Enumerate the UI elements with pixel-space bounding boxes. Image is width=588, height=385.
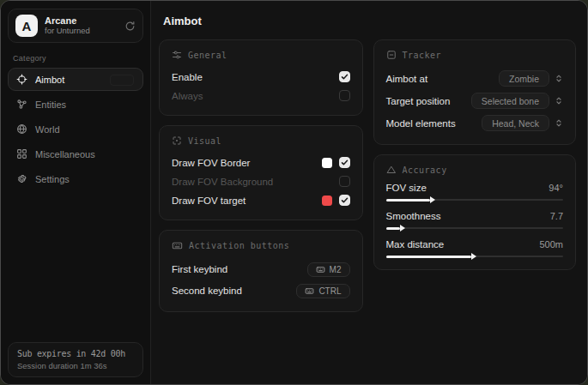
sub-expiry-text: Sub expires in 42d 00h	[17, 349, 134, 358]
sidebar-item-miscellaneous[interactable]: Miscellaneous	[8, 142, 143, 165]
faint-badge	[110, 75, 134, 86]
right-column: Tracker Aimbot at Zombie Target position	[373, 39, 577, 312]
card-title: General	[188, 51, 227, 60]
model-elements-dropdown[interactable]: Head, Neck	[482, 115, 563, 131]
setting-row-enable: Enable	[172, 68, 350, 86]
left-column: General Enable Always	[159, 39, 363, 312]
dropdown-value: Selected bone	[471, 93, 549, 109]
target-box-icon	[386, 50, 397, 60]
triangle-icon	[386, 165, 397, 175]
setting-row-fov-target: Draw FOV target	[172, 191, 350, 209]
color-swatch-red[interactable]	[322, 196, 332, 206]
activation-card: Activation buttons First keybind M2 Seco…	[159, 230, 363, 312]
setting-label: Draw FOV Background	[172, 177, 273, 187]
refresh-icon[interactable]	[124, 21, 136, 32]
keyboard-icon	[172, 240, 183, 251]
category-label: Category	[13, 54, 143, 63]
setting-label: Always	[172, 91, 203, 101]
slider-label: Smoothness	[386, 211, 441, 221]
keybind-value: CTRL	[318, 286, 341, 296]
sidebar-item-world[interactable]: World	[8, 117, 143, 141]
main-content: Aimbot General Enable	[151, 1, 587, 384]
setting-row-first-keybind: First keybind M2	[172, 259, 350, 280]
card-title: Tracker	[403, 51, 442, 60]
setting-row-always: Always	[172, 87, 350, 105]
sidebar: A Arcane for Unturned Category Aimbot	[1, 1, 151, 384]
max-distance-slider[interactable]	[386, 256, 564, 257]
screenshot: A Arcane for Unturned Category Aimbot	[0, 0, 588, 385]
gear-icon	[16, 173, 27, 184]
visual-card: Visual Draw FOV Border Draw FOV Backgrou…	[159, 125, 363, 220]
enable-checkbox[interactable]	[339, 71, 350, 82]
fov-border-checkbox[interactable]	[339, 157, 350, 168]
smoothness-slider-group: Smoothness 7.7	[386, 211, 564, 229]
first-keybind-button[interactable]: M2	[307, 262, 350, 277]
crosshair-icon	[16, 74, 27, 85]
app-name: Arcane	[45, 15, 118, 27]
general-card: General Enable Always	[159, 39, 363, 116]
setting-label: Draw FOV Border	[172, 158, 250, 168]
color-swatch-white[interactable]	[322, 158, 332, 168]
subscription-info: Sub expires in 42d 00h Session duration …	[8, 342, 143, 377]
sidebar-item-label: Entities	[35, 99, 66, 110]
slider-value: 7.7	[550, 211, 563, 221]
sliders-icon	[172, 50, 182, 60]
sidebar-item-label: Miscellaneous	[35, 149, 95, 159]
chevron-updown-icon	[555, 74, 563, 83]
card-title: Accuracy	[403, 165, 447, 175]
setting-label: Target position	[386, 96, 451, 106]
setting-label: Model elements	[386, 118, 456, 129]
card-title: Visual	[188, 136, 221, 146]
slider-fill[interactable]	[386, 199, 431, 202]
slider-fill[interactable]	[386, 256, 471, 258]
app-subtitle: for Unturned	[45, 27, 118, 36]
setting-label: Second keybind	[172, 286, 242, 296]
setting-row-fov-background: Draw FOV Background	[172, 172, 350, 190]
setting-label: Enable	[172, 72, 203, 82]
keybind-value: M2	[330, 265, 342, 274]
setting-row-second-keybind: Second keybind CTRL	[172, 280, 350, 301]
sidebar-item-aimbot[interactable]: Aimbot	[8, 68, 143, 91]
dropdown-value: Head, Neck	[482, 115, 549, 131]
setting-row-fov-border: Draw FOV Border	[172, 153, 350, 171]
logo-letter: A	[22, 19, 32, 33]
smoothness-slider[interactable]	[386, 227, 564, 229]
app-logo: A	[15, 15, 38, 37]
second-keybind-button[interactable]: CTRL	[296, 284, 349, 298]
slider-label: Max distance	[386, 239, 445, 250]
sidebar-item-settings[interactable]: Settings	[8, 167, 143, 190]
page-title: Aimbot	[163, 15, 576, 27]
app-header: A Arcane for Unturned	[8, 9, 143, 43]
setting-row-aimbot-at: Aimbot at Zombie	[386, 68, 564, 89]
setting-label: Draw FOV target	[172, 196, 246, 206]
slider-value: 500m	[539, 239, 563, 250]
chevron-updown-icon	[555, 96, 563, 105]
aimbot-at-dropdown[interactable]: Zombie	[499, 70, 563, 87]
target-position-dropdown[interactable]: Selected bone	[471, 93, 563, 109]
slider-value: 94°	[549, 183, 563, 193]
accuracy-card: Accuracy FOV size 94° Smoothness	[373, 154, 577, 270]
setting-row-model-elements: Model elements Head, Neck	[386, 112, 564, 134]
keyboard-icon	[305, 286, 314, 296]
dropdown-value: Zombie	[499, 70, 549, 87]
always-checkbox[interactable]	[339, 90, 350, 101]
sidebar-item-label: Settings	[35, 174, 70, 184]
sidebar-item-label: Aimbot	[35, 75, 64, 85]
setting-label: Aimbot at	[386, 74, 428, 84]
sidebar-item-entities[interactable]: Entities	[8, 93, 143, 116]
app-meta: Arcane for Unturned	[45, 15, 118, 36]
tracker-card: Tracker Aimbot at Zombie Target position	[373, 39, 577, 145]
slider-fill[interactable]	[386, 227, 401, 230]
nodes-icon	[16, 99, 27, 110]
setting-label: First keybind	[172, 264, 227, 274]
setting-row-target-position: Target position Selected bone	[386, 90, 564, 111]
fov-target-checkbox[interactable]	[339, 195, 350, 206]
max-distance-slider-group: Max distance 500m	[386, 239, 564, 257]
fov-size-slider[interactable]	[386, 199, 564, 201]
fov-size-slider-group: FOV size 94°	[386, 183, 564, 201]
arcane-window: A Arcane for Unturned Category Aimbot	[0, 0, 588, 385]
card-title: Activation buttons	[189, 241, 289, 250]
fov-background-checkbox[interactable]	[339, 176, 350, 187]
focus-icon	[172, 135, 182, 146]
session-duration-text: Session duration 1m 36s	[17, 361, 134, 370]
